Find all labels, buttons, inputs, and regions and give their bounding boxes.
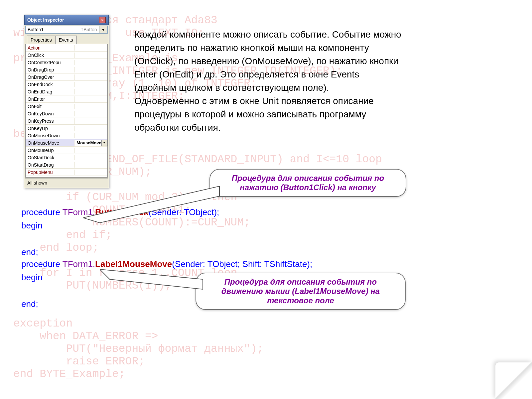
event-row-OnKeyDown[interactable]: OnKeyDown xyxy=(26,110,107,117)
event-row-OnEnter[interactable]: OnEnter xyxy=(26,95,107,103)
event-name: Action xyxy=(26,45,75,51)
callout-pointer-1 xyxy=(83,186,223,226)
close-icon[interactable]: × xyxy=(99,17,106,23)
svg-marker-1 xyxy=(100,269,203,289)
event-name: OnEndDock xyxy=(26,82,75,87)
event-name: OnExit xyxy=(26,104,75,109)
keyword: end; xyxy=(21,299,38,309)
window-titlebar[interactable]: Object Inspector × xyxy=(24,15,109,25)
keyword: procedure xyxy=(21,207,63,217)
status-bar: All shown xyxy=(25,179,108,187)
page-curl xyxy=(495,362,532,399)
event-row-Action[interactable]: Action xyxy=(26,44,107,52)
event-value[interactable]: MouseMove▾ xyxy=(75,140,108,146)
event-row-OnDragOver[interactable]: OnDragOver xyxy=(26,73,107,81)
event-row-PopupMenu[interactable]: PopupMenu xyxy=(26,169,107,176)
tab-events[interactable]: Events xyxy=(55,36,77,44)
tab-properties[interactable]: Properties xyxy=(27,36,56,44)
explanation-text: Каждой компоненте можно описать событие.… xyxy=(134,28,404,134)
event-row-OnEndDock[interactable]: OnEndDock xyxy=(26,81,107,88)
event-handler-name: MouseMove xyxy=(76,140,101,145)
callout-pointer-2 xyxy=(100,269,206,303)
callout-label1mousemove: Процедура для описания события по движен… xyxy=(196,273,406,310)
event-name: OnEnter xyxy=(26,96,75,102)
chevron-down-icon[interactable]: ▾ xyxy=(99,26,107,33)
method-name: Label1MouseMove xyxy=(95,259,172,269)
keyword: procedure xyxy=(21,259,63,269)
svg-marker-0 xyxy=(83,186,219,223)
inspector-tabs: Properties Events xyxy=(24,34,109,44)
chevron-down-icon[interactable]: ▾ xyxy=(101,140,107,146)
event-name: OnMouseUp xyxy=(26,148,75,153)
event-row-OnStartDock[interactable]: OnStartDock xyxy=(26,154,107,161)
event-name: OnStartDock xyxy=(26,155,75,160)
identifier: TForm1. xyxy=(63,259,95,269)
event-row-OnMouseUp[interactable]: OnMouseUp xyxy=(26,147,107,154)
window-title: Object Inspector xyxy=(27,17,64,23)
event-row-OnMouseDown[interactable]: OnMouseDown xyxy=(26,132,107,139)
event-row-OnClick[interactable]: OnClick xyxy=(26,52,107,59)
keyword: begin xyxy=(21,272,43,282)
keyword: begin xyxy=(21,220,43,230)
event-name: OnContextPopu xyxy=(26,60,75,65)
event-name: OnDragDrop xyxy=(26,67,75,72)
event-name: OnClick xyxy=(26,53,75,58)
event-name: OnKeyDown xyxy=(26,111,75,116)
keyword: end; xyxy=(21,247,38,257)
event-row-OnStartDrag[interactable]: OnStartDrag xyxy=(26,161,107,169)
event-name: OnEndDrag xyxy=(26,89,75,94)
event-name: OnMouseDown xyxy=(26,133,75,138)
callout-button1click: Процедура для описания события по нажати… xyxy=(209,169,406,197)
event-name: OnStartDrag xyxy=(26,162,75,168)
selected-object: Button1 xyxy=(26,26,79,33)
event-name: OnKeyPress xyxy=(26,118,75,124)
arguments: (Sender: TObject; Shift: TShiftState); xyxy=(172,259,312,269)
event-list[interactable]: ActionOnClickOnContextPopuOnDragDropOnDr… xyxy=(25,44,108,178)
event-row-OnEndDrag[interactable]: OnEndDrag xyxy=(26,88,107,95)
event-row-OnExit[interactable]: OnExit xyxy=(26,103,107,110)
selected-type: TButton xyxy=(79,26,99,33)
event-name: OnKeyUp xyxy=(26,126,75,131)
object-inspector-window: Object Inspector × Button1 TButton ▾ Pro… xyxy=(24,15,109,188)
object-selector[interactable]: Button1 TButton ▾ xyxy=(25,26,108,34)
event-name: OnDragOver xyxy=(26,74,75,80)
event-row-OnMouseMove[interactable]: OnMouseMoveMouseMove▾ xyxy=(26,139,107,147)
event-name: PopupMenu xyxy=(26,170,75,175)
event-row-OnKeyPress[interactable]: OnKeyPress xyxy=(26,117,107,125)
event-row-OnKeyUp[interactable]: OnKeyUp xyxy=(26,125,107,132)
event-row-OnContextPopu[interactable]: OnContextPopu xyxy=(26,59,107,66)
event-row-OnDragDrop[interactable]: OnDragDrop xyxy=(26,66,107,73)
event-name: OnMouseMove xyxy=(26,140,75,146)
